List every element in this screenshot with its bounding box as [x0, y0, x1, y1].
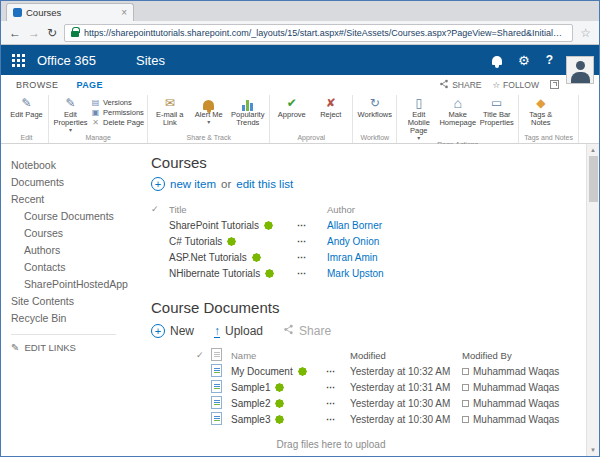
modified-by-user[interactable]: Muhammad Waqas — [473, 398, 559, 409]
author-link[interactable]: Andy Onion — [327, 236, 379, 247]
author-link[interactable]: Mark Upston — [327, 268, 384, 279]
column-title[interactable]: Title — [169, 204, 297, 215]
column-name[interactable]: Name — [231, 350, 326, 361]
item-menu-ellipsis[interactable]: ⋯ — [297, 220, 327, 230]
edit-properties-button[interactable]: ✎ Edit Properties ▾ — [52, 95, 89, 133]
user-avatar[interactable] — [566, 56, 594, 84]
sidebar-item-site-contents[interactable]: Site Contents — [11, 292, 141, 309]
share-document-button[interactable]: Share — [283, 324, 331, 338]
document-icon — [211, 364, 222, 377]
sidebar-item-authors[interactable]: Authors — [11, 241, 141, 258]
select-all-check-icon[interactable]: ✓ — [151, 204, 169, 214]
workflows-button[interactable]: ↻ Workflows — [356, 95, 393, 119]
column-modified-by[interactable]: Modified By — [462, 350, 575, 361]
modified-by-user[interactable]: Muhammad Waqas — [473, 366, 559, 377]
document-icon — [211, 412, 222, 425]
page-content: Notebook Documents Recent Course Documen… — [1, 144, 599, 456]
edit-list-link[interactable]: edit this list — [236, 178, 293, 190]
table-row[interactable]: Sample3 ⋯ Yesterday at 10:30 AM Muhammad… — [196, 411, 575, 427]
modified-by-user[interactable]: Muhammad Waqas — [473, 382, 559, 393]
refresh-button[interactable]: ↻ — [47, 27, 57, 39]
modified-by-user[interactable]: Muhammad Waqas — [473, 414, 559, 425]
table-row[interactable]: SharePoint Tutorials ⋯ Allan Borner — [151, 217, 575, 233]
follow-button[interactable]: ☆FOLLOW — [492, 80, 539, 90]
author-link[interactable]: Imran Amin — [327, 252, 378, 263]
table-row[interactable]: NHibernate Tutorials ⋯ Mark Upston — [151, 265, 575, 281]
delete-page-button[interactable]: ✕ Delete Page — [91, 118, 144, 127]
back-button[interactable]: ← — [9, 27, 21, 39]
email-link-button[interactable]: ✉ E-mail a Link — [151, 95, 188, 127]
new-item-link[interactable]: new item — [170, 178, 216, 190]
tab-close-icon[interactable]: × — [121, 8, 127, 18]
select-all-check-icon[interactable]: ✓ — [196, 350, 211, 360]
new-document-button[interactable]: + New — [151, 324, 194, 338]
author-link[interactable]: Allan Borner — [327, 220, 382, 231]
edit-links-button[interactable]: ✎ EDIT LINKS — [11, 342, 141, 353]
sidebar-item-sharepointhostedapp[interactable]: SharePointHostedApp — [11, 275, 141, 292]
ribbon-group-page-actions: ▯ Edit Mobile Page ▾ ⌂ Make Homepage ▭ T… — [397, 95, 519, 143]
edit-mobile-page-button[interactable]: ▯ Edit Mobile Page ▾ — [400, 95, 437, 141]
popularity-trends-button[interactable]: Popularity Trends — [229, 95, 266, 127]
item-menu-ellipsis[interactable]: ⋯ — [297, 236, 327, 246]
scrollbar-thumb[interactable] — [589, 156, 598, 202]
column-author[interactable]: Author — [327, 204, 575, 215]
versions-button[interactable]: ▤ Versions — [91, 98, 144, 107]
new-badge-icon — [265, 222, 272, 229]
sites-nav-link[interactable]: Sites — [136, 53, 165, 68]
tab-browse[interactable]: BROWSE — [7, 77, 67, 93]
item-menu-ellipsis[interactable]: ⋯ — [326, 366, 350, 376]
upload-button[interactable]: ↑ Upload — [214, 324, 263, 338]
scroll-up-arrow[interactable]: ▲ — [590, 144, 596, 156]
sidebar-item-documents[interactable]: Documents — [11, 173, 141, 190]
table-row[interactable]: ASP.Net Tutorials ⋯ Imran Amin — [151, 249, 575, 265]
house-icon: ⌂ — [454, 96, 462, 111]
app-launcher-button[interactable] — [1, 45, 35, 75]
sidebar: Notebook Documents Recent Course Documen… — [1, 144, 141, 456]
table-row[interactable]: Sample2 ⋯ Yesterday at 10:30 AM Muhammad… — [196, 395, 575, 411]
tags-notes-button[interactable]: ◆ Tags & Notes — [522, 95, 559, 127]
share-icon — [283, 324, 294, 338]
alert-me-button[interactable]: Alert Me ▾ — [190, 95, 227, 125]
bookmark-star-icon[interactable]: ☆ — [580, 26, 591, 40]
help-button[interactable]: ? — [546, 53, 553, 67]
title-bar-properties-button[interactable]: ▭ Title Bar Properties — [478, 95, 515, 127]
item-menu-ellipsis[interactable]: ⋯ — [297, 252, 327, 262]
make-homepage-button[interactable]: ⌂ Make Homepage — [439, 95, 476, 127]
notifications-bell-icon[interactable] — [492, 56, 502, 65]
table-row[interactable]: C# Tutorials ⋯ Andy Onion — [151, 233, 575, 249]
edit-page-button[interactable]: ✎ Edit Page — [8, 95, 45, 119]
office365-brand[interactable]: Office 365 — [37, 53, 96, 68]
courses-heading[interactable]: Courses — [151, 154, 575, 171]
focus-mode-icon[interactable] — [550, 80, 559, 89]
item-menu-ellipsis[interactable]: ⋯ — [326, 398, 350, 408]
url-field[interactable]: https://sharepointtutorials.sharepoint.c… — [64, 24, 573, 42]
sidebar-item-courses[interactable]: Courses — [11, 224, 141, 241]
item-menu-ellipsis[interactable]: ⋯ — [326, 414, 350, 424]
table-row[interactable]: My Document ⋯ Yesterday at 10:32 AM Muha… — [196, 363, 575, 379]
documents-heading[interactable]: Course Documents — [151, 299, 575, 316]
browser-tab[interactable]: Courses × — [6, 3, 134, 21]
group-label-manage: Manage — [52, 134, 144, 143]
item-menu-ellipsis[interactable]: ⋯ — [326, 382, 350, 392]
sidebar-item-course-documents[interactable]: Course Documents — [11, 207, 141, 224]
group-label-share-track: Share & Track — [151, 134, 266, 143]
reject-x-icon: ✘ — [326, 96, 336, 111]
sidebar-item-recycle-bin[interactable]: Recycle Bin — [11, 309, 141, 326]
share-button[interactable]: SHARE — [439, 79, 481, 91]
column-modified[interactable]: Modified — [350, 350, 462, 361]
sidebar-item-recent[interactable]: Recent — [11, 190, 141, 207]
tab-page[interactable]: PAGE — [67, 77, 111, 93]
permissions-button[interactable]: ▣ Permissions — [91, 108, 144, 117]
vertical-scrollbar[interactable]: ▲ ▼ — [586, 144, 599, 456]
item-menu-ellipsis[interactable]: ⋯ — [297, 268, 327, 278]
tab-title: Courses — [26, 7, 117, 18]
approve-button[interactable]: ✔ Approve — [273, 95, 310, 119]
scroll-down-arrow[interactable]: ▼ — [590, 444, 596, 456]
sidebar-item-notebook[interactable]: Notebook — [11, 156, 141, 173]
ribbon-group-edit: ✎ Edit Page Edit — [5, 95, 49, 143]
forward-button[interactable]: → — [28, 27, 40, 39]
reject-button[interactable]: ✘ Reject — [312, 95, 349, 119]
settings-gear-icon[interactable]: ⚙ — [518, 54, 530, 67]
table-row[interactable]: Sample1 ⋯ Yesterday at 10:31 AM Muhammad… — [196, 379, 575, 395]
sidebar-item-contacts[interactable]: Contacts — [11, 258, 141, 275]
